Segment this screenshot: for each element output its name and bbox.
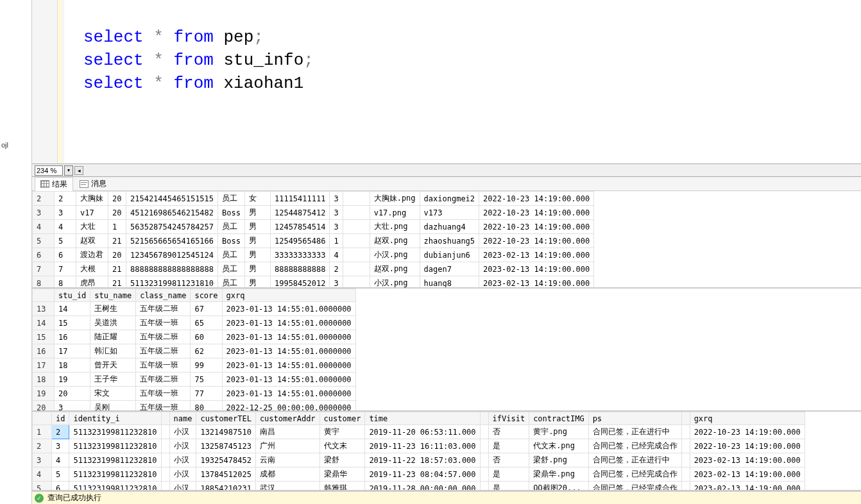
table-cell[interactable]: 6 xyxy=(55,248,76,262)
table-cell[interactable]: 黄宇.png xyxy=(529,425,588,439)
table-cell[interactable]: 65 xyxy=(191,316,222,330)
table-cell[interactable]: 17 xyxy=(55,344,90,358)
table-cell[interactable]: 6 xyxy=(52,482,69,492)
table-cell[interactable]: 2023-01-13 14:55:01.0000000 xyxy=(222,302,355,316)
table-cell[interactable]: 吴刚 xyxy=(90,401,136,412)
table-cell[interactable] xyxy=(480,425,488,439)
table-cell[interactable]: 五年级一班 xyxy=(136,387,191,401)
table-cell[interactable]: 员工 xyxy=(218,248,245,262)
table-cell[interactable]: 2023-01-13 14:55:01.0000000 xyxy=(222,316,355,330)
table-cell[interactable]: 韩雅琪 xyxy=(320,482,365,492)
table-cell[interactable]: 代文末 xyxy=(320,439,365,453)
table-cell[interactable]: 宋文 xyxy=(90,387,136,401)
table-cell[interactable]: 成都 xyxy=(255,467,320,482)
table-cell[interactable]: 虎昂 xyxy=(76,276,108,289)
table-row[interactable]: 1920宋文五年级一班772023-01-13 14:55:01.0000000 xyxy=(33,387,356,401)
column-header[interactable]: gxrq xyxy=(222,289,355,302)
table-cell[interactable]: v17.png xyxy=(370,206,420,220)
table-cell[interactable]: 1 xyxy=(108,220,126,234)
table-row[interactable]: 203吴刚五年级一班802022-12-25 00:00:00.0000000 xyxy=(33,401,356,412)
table-cell[interactable]: 67 xyxy=(191,302,222,316)
table-cell[interactable]: 20 xyxy=(55,387,90,401)
table-cell[interactable]: 小汉 xyxy=(169,439,196,453)
column-header[interactable] xyxy=(161,412,169,425)
table-cell[interactable]: 2019-11-23 16:11:03.000 xyxy=(365,439,480,453)
table-cell[interactable]: 511323199811232810 xyxy=(69,482,161,492)
table-cell[interactable]: 521565665654165166 xyxy=(126,234,218,248)
table-cell[interactable] xyxy=(343,192,370,206)
table-cell[interactable]: 511323199811232810 xyxy=(69,439,161,453)
table-row[interactable]: 33v1720451216986546215482Boss男1254487541… xyxy=(33,206,594,220)
table-cell[interactable]: 15 xyxy=(55,316,90,330)
table-cell[interactable]: 2023-02-13 14:19:00.000 xyxy=(479,248,594,262)
table-cell[interactable]: 赵双.png xyxy=(370,234,420,248)
table-cell[interactable]: 2019-11-23 08:04:57.000 xyxy=(365,467,480,482)
table-row[interactable]: 22大胸妹20215421445465151515员工女111154111113… xyxy=(33,192,594,206)
table-cell[interactable]: 五年级一班 xyxy=(136,316,191,330)
table-cell[interactable]: 五年级一班 xyxy=(136,358,191,373)
table-cell[interactable]: 13784512025 xyxy=(196,467,255,482)
table-cell[interactable]: 大胸妹.png xyxy=(370,192,420,206)
table-row[interactable]: 66渡边君20123456789012545124员工男333333333334… xyxy=(33,248,594,262)
table-cell[interactable]: 广州 xyxy=(255,439,320,453)
table-cell[interactable]: 6 xyxy=(33,248,55,262)
table-cell[interactable]: 五年级二班 xyxy=(136,302,191,316)
table-row[interactable]: 1415吴道洪五年级一班652023-01-13 14:55:01.000000… xyxy=(33,316,356,330)
table-cell[interactable]: 梁鼎华.png xyxy=(529,467,588,482)
table-cell[interactable] xyxy=(480,439,488,453)
table-cell[interactable]: 4 xyxy=(330,248,343,262)
table-cell[interactable]: 511323199811231810 xyxy=(126,276,218,289)
column-header[interactable]: id xyxy=(52,412,69,425)
table-cell[interactable]: 吴道洪 xyxy=(90,316,136,330)
table-cell[interactable]: 16 xyxy=(55,330,90,344)
table-cell[interactable]: 2023-01-13 14:55:01.0000000 xyxy=(222,373,355,387)
tab-results[interactable]: 结果 xyxy=(35,177,73,191)
table-cell[interactable]: 五年级二班 xyxy=(136,373,191,387)
table-row[interactable]: 55赵双21521565665654165166Boss男12549565486… xyxy=(33,234,594,248)
column-header[interactable]: score xyxy=(191,289,222,302)
table-cell[interactable]: 王树生 xyxy=(90,302,136,316)
table-cell[interactable] xyxy=(681,453,690,467)
table-cell[interactable]: 14 xyxy=(33,316,55,330)
table-cell[interactable]: 13214987510 xyxy=(196,425,255,439)
table-cell[interactable]: 是 xyxy=(488,439,529,453)
table-cell[interactable]: 2019-11-28 00:00:00.000 xyxy=(365,482,480,492)
table-cell[interactable]: 小汉.png xyxy=(370,248,420,262)
table-cell[interactable]: 19958452012 xyxy=(270,276,329,289)
table-row[interactable]: 1819王子华五年级二班752023-01-13 14:55:01.000000… xyxy=(33,373,356,387)
column-header[interactable]: ps xyxy=(588,412,681,425)
table-cell[interactable]: 123456789012545124 xyxy=(126,248,218,262)
table-cell[interactable] xyxy=(161,482,169,492)
tab-messages[interactable]: 消息 xyxy=(74,177,112,190)
column-header[interactable]: customer xyxy=(320,412,365,425)
table-cell[interactable]: 13 xyxy=(33,302,55,316)
table-cell[interactable]: Boss xyxy=(218,234,245,248)
table-cell[interactable]: 3 xyxy=(330,220,343,234)
table-cell[interactable]: 13258745123 xyxy=(196,439,255,453)
column-header[interactable]: contractIMG xyxy=(529,412,588,425)
table-cell[interactable]: 2022-10-23 14:19:00.000 xyxy=(479,234,594,248)
table-cell[interactable]: 员工 xyxy=(218,276,245,289)
table-cell[interactable]: 韩汇如 xyxy=(90,344,136,358)
table-cell[interactable]: 2019-11-20 06:53:11.000 xyxy=(365,425,480,439)
column-header[interactable] xyxy=(480,412,488,425)
table-cell[interactable]: 员工 xyxy=(218,220,245,234)
table-cell[interactable]: 511323199811232810 xyxy=(69,467,161,482)
sql-editor[interactable]: select * from pep; select * from stu_inf… xyxy=(64,0,861,164)
table-cell[interactable]: 11115411111 xyxy=(270,192,329,206)
table-cell[interactable]: 2022-12-25 00:00:00.0000000 xyxy=(222,401,355,412)
table-cell[interactable]: 77 xyxy=(191,387,222,401)
table-cell[interactable]: 男 xyxy=(244,206,270,220)
table-cell[interactable]: 3 xyxy=(55,206,76,220)
table-cell[interactable]: dagen7 xyxy=(420,262,479,276)
table-cell[interactable]: 3 xyxy=(330,192,343,206)
table-cell[interactable]: 33333333333 xyxy=(270,248,329,262)
table-cell[interactable]: 男 xyxy=(244,234,270,248)
table-cell[interactable]: 员工 xyxy=(218,262,245,276)
table-cell[interactable]: 4 xyxy=(55,220,76,234)
table-cell[interactable]: 五年级一班 xyxy=(136,401,191,412)
table-cell[interactable]: 梁舒.png xyxy=(529,453,588,467)
table-cell[interactable]: 1 xyxy=(33,425,52,439)
zoom-input[interactable] xyxy=(35,165,63,176)
column-header[interactable]: customerAddr xyxy=(255,412,320,425)
